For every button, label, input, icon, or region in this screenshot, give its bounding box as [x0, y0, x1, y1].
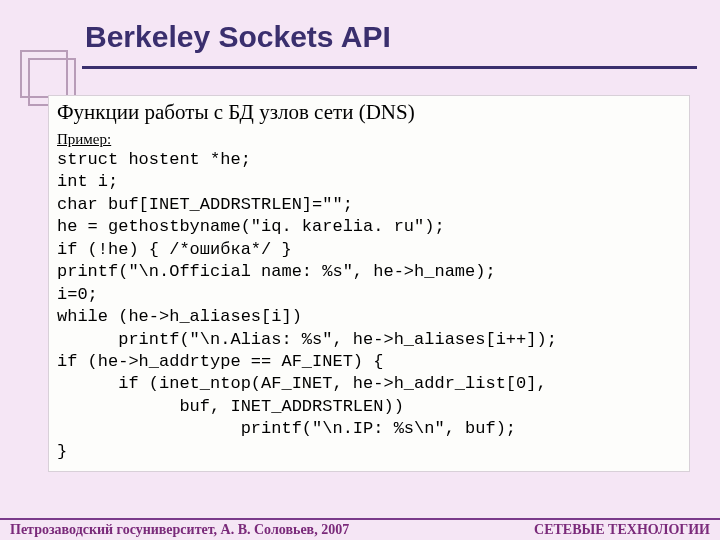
footer: Петрозаводский госуниверситет, А. В. Сол… [0, 518, 720, 540]
code-block: struct hostent *he; int i; char buf[INET… [57, 149, 681, 463]
footer-right: СЕТЕВЫЕ ТЕХНОЛОГИИ [534, 522, 710, 538]
title-underline [82, 66, 697, 69]
slide-title: Berkeley Sockets API [85, 20, 391, 54]
content-box: Функции работы с БД узлов сети (DNS) При… [48, 95, 690, 472]
subtitle: Функции работы с БД узлов сети (DNS) [57, 100, 681, 125]
slide: Berkeley Sockets API Функции работы с БД… [0, 0, 720, 540]
example-label: Пример: [57, 131, 681, 148]
footer-left: Петрозаводский госуниверситет, А. В. Сол… [10, 522, 349, 538]
